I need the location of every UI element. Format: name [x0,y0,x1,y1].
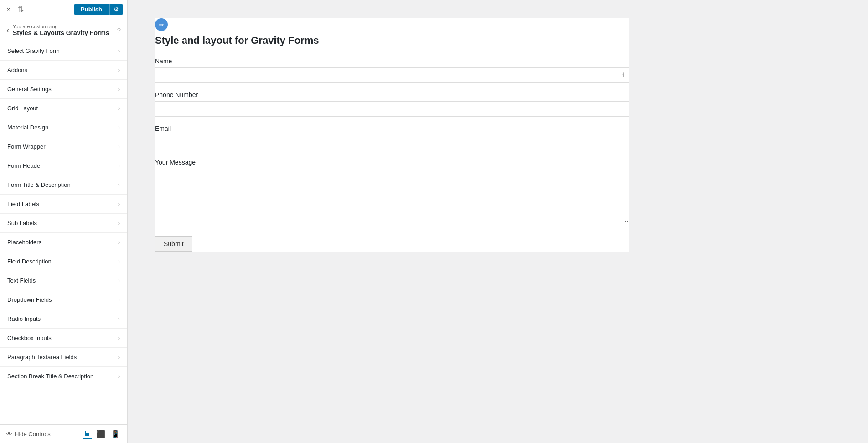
help-icon[interactable]: ? [117,26,121,34]
nav-item-field-description[interactable]: Field Description › [0,252,127,271]
nav-item-material-design[interactable]: Material Design › [0,118,127,137]
chevron-icon: › [118,315,120,322]
chevron-icon: › [118,105,120,112]
nav-item-placeholders[interactable]: Placeholders › [0,233,127,252]
field-input-1[interactable] [155,101,629,117]
nav-item-select-gravity-form[interactable]: Select Gravity Form › [0,41,127,61]
you-are-label: You are customizing [13,24,114,29]
field-label-1: Phone Number [155,91,629,98]
publish-button[interactable]: Publish [74,4,108,15]
chevron-icon: › [118,220,120,227]
field-input-0[interactable] [155,67,629,83]
mobile-icon-button[interactable]: 📱 [110,429,121,439]
hide-controls-button[interactable]: 👁 Hide Controls [6,431,51,438]
nav-item-form-title-&-description[interactable]: Form Title & Description › [0,175,127,195]
nav-item-text-fields[interactable]: Text Fields › [0,271,127,290]
tablet-icon-button[interactable]: ⬛ [95,429,106,439]
nav-item-label: Select Gravity Form [7,47,60,54]
publish-gear-button[interactable]: ⚙ [109,4,123,15]
sidebar-topbar: × ⇅ Publish ⚙ [0,0,127,19]
chevron-icon: › [118,162,120,169]
nav-item-label: Addons [7,67,27,73]
publish-bar: Publish ⚙ [74,4,123,15]
nav-item-label: Field Description [7,258,52,265]
form-fields-container: NameℹPhone NumberEmailYour Message [155,57,629,225]
nav-item-radio-inputs[interactable]: Radio Inputs › [0,309,127,329]
chevron-icon: › [118,239,120,246]
nav-item-label: Form Title & Description [7,181,71,188]
nav-item-general-settings[interactable]: General Settings › [0,80,127,99]
nav-item-label: Material Design [7,124,48,131]
nav-item-paragraph-textarea-fields[interactable]: Paragraph Textarea Fields › [0,348,127,367]
mobile-icon: 📱 [111,430,120,438]
nav-item-field-labels[interactable]: Field Labels › [0,195,127,214]
nav-item-label: General Settings [7,86,52,93]
chevron-icon: › [118,143,120,150]
chevron-icon: › [118,335,120,341]
submit-button[interactable]: Submit [155,236,192,252]
chevron-icon: › [118,373,120,380]
form-field-group-3: Your Message [155,159,629,225]
nav-item-form-header[interactable]: Form Header › [0,156,127,175]
nav-list: Select Gravity Form › Addons › General S… [0,41,127,424]
close-button[interactable]: × [5,5,12,15]
chevron-icon: › [118,277,120,284]
sort-button[interactable]: ⇅ [16,4,26,15]
chevron-icon: › [118,201,120,207]
chevron-icon: › [118,86,120,93]
nav-item-addons[interactable]: Addons › [0,61,127,80]
sidebar-bottom: 👁 Hide Controls 🖥 ⬛ 📱 [0,424,127,443]
nav-item-form-wrapper[interactable]: Form Wrapper › [0,137,127,156]
chevron-icon: › [118,354,120,361]
nav-item-label: Paragraph Textarea Fields [7,354,77,361]
nav-item-label: Form Header [7,162,42,169]
hide-controls-label: Hide Controls [15,431,51,438]
field-label-0: Name [155,57,629,65]
nav-item-label: Radio Inputs [7,315,41,322]
tablet-icon: ⬛ [96,430,105,438]
field-textarea-3[interactable] [155,169,629,223]
nav-item-section-break-title-&-description[interactable]: Section Break Title & Description › [0,367,127,386]
chevron-icon: › [118,296,120,303]
nav-item-label: Dropdown Fields [7,296,52,303]
nav-item-label: Text Fields [7,277,36,284]
nav-item-label: Grid Layout [7,105,38,112]
header-text: You are customizing Styles & Layouts Gra… [13,24,114,36]
form-field-group-1: Phone Number [155,91,629,117]
customizer-title: Styles & Layouts Gravity Forms [13,29,114,36]
nav-item-label: Sub Labels [7,220,37,227]
nav-item-grid-layout[interactable]: Grid Layout › [0,99,127,118]
eye-icon: 👁 [6,431,12,438]
chevron-icon: › [118,67,120,73]
nav-item-label: Placeholders [7,239,41,246]
sidebar-header: ‹ You are customizing Styles & Layouts G… [0,19,127,41]
field-input-2[interactable] [155,135,629,150]
chevron-icon: › [118,124,120,131]
nav-item-label: Section Break Title & Description [7,373,93,380]
field-label-3: Your Message [155,159,629,166]
topbar-left: × ⇅ [5,4,26,15]
sidebar: × ⇅ Publish ⚙ ‹ You are customizing Styl… [0,0,128,443]
device-icons: 🖥 ⬛ 📱 [83,428,121,439]
nav-item-label: Form Wrapper [7,143,46,150]
nav-item-checkbox-inputs[interactable]: Checkbox Inputs › [0,329,127,348]
monitor-icon: 🖥 [83,429,91,437]
back-button[interactable]: ‹ [6,26,9,35]
nav-item-dropdown-fields[interactable]: Dropdown Fields › [0,290,127,309]
chevron-icon: › [118,181,120,188]
main-content: ✏ Style and layout for Gravity Forms Nam… [128,0,868,443]
nav-item-label: Field Labels [7,201,39,207]
input-info-icon-0: ℹ [622,72,625,79]
field-input-wrap-0: ℹ [155,67,629,83]
field-label-2: Email [155,125,629,132]
monitor-icon-button[interactable]: 🖥 [83,428,92,439]
nav-item-sub-labels[interactable]: Sub Labels › [0,214,127,233]
nav-item-label: Checkbox Inputs [7,335,52,341]
chevron-icon: › [118,258,120,265]
form-main-title: Style and layout for Gravity Forms [155,35,629,46]
form-field-group-2: Email [155,125,629,150]
chevron-icon: › [118,47,120,54]
form-field-group-0: Nameℹ [155,57,629,83]
form-edit-icon[interactable]: ✏ [155,18,168,31]
form-preview: ✏ Style and layout for Gravity Forms Nam… [155,18,629,252]
